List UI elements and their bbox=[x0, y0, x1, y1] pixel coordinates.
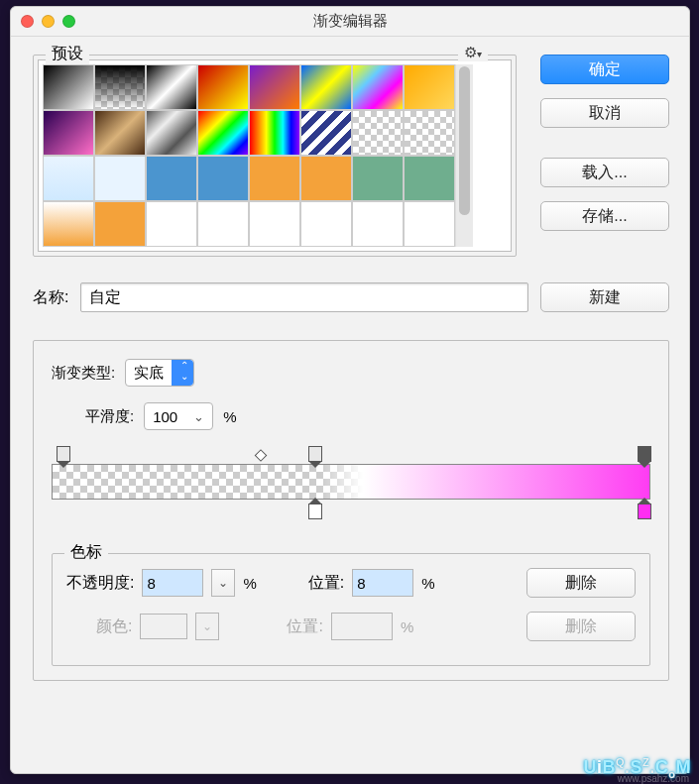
opacity-midpoint[interactable] bbox=[255, 449, 268, 462]
preset-swatch[interactable] bbox=[404, 64, 455, 110]
preset-swatch[interactable] bbox=[146, 201, 197, 247]
position1-input[interactable] bbox=[352, 569, 413, 597]
position1-unit: % bbox=[421, 575, 434, 592]
preset-swatch[interactable] bbox=[300, 156, 352, 201]
presets-gear-icon[interactable]: ⚙▾ bbox=[458, 44, 488, 61]
color-swatch bbox=[140, 614, 187, 639]
preset-swatch[interactable] bbox=[404, 156, 455, 201]
content: 预设 ⚙▾ bbox=[11, 37, 689, 701]
preset-swatch[interactable] bbox=[404, 110, 455, 156]
opacity-stop[interactable] bbox=[308, 446, 322, 462]
preset-swatch[interactable] bbox=[249, 110, 300, 156]
color-stop-row bbox=[52, 500, 650, 519]
opacity-dropdown-button[interactable]: ⌄ bbox=[211, 569, 235, 597]
preset-swatch[interactable] bbox=[300, 110, 352, 156]
position1-label: 位置: bbox=[308, 573, 344, 594]
preset-grid bbox=[43, 64, 455, 247]
preset-swatch[interactable] bbox=[300, 64, 352, 110]
opacity-input[interactable] bbox=[142, 569, 203, 597]
presets-legend: 预设 bbox=[46, 44, 89, 64]
preset-swatch[interactable] bbox=[197, 156, 249, 201]
position2-unit: % bbox=[401, 618, 413, 635]
smoothness-select[interactable]: 100 bbox=[144, 402, 213, 430]
side-buttons: 确定 取消 载入... 存储... bbox=[540, 55, 669, 257]
preset-swatch[interactable] bbox=[43, 156, 94, 201]
gradient-bar[interactable] bbox=[52, 464, 650, 500]
preset-swatch[interactable] bbox=[352, 64, 404, 110]
color-stop[interactable] bbox=[308, 504, 322, 519]
gradient-settings-box: 渐变类型: 实底 平滑度: 100 % bbox=[33, 340, 669, 681]
preset-scrollbar[interactable] bbox=[455, 64, 473, 247]
top-row: 预设 ⚙▾ bbox=[33, 55, 669, 257]
position2-input bbox=[331, 613, 393, 640]
preset-swatch[interactable] bbox=[197, 64, 249, 110]
delete-color-stop-button: 删除 bbox=[526, 612, 636, 641]
smoothness-value: 100 bbox=[153, 408, 177, 425]
preset-swatch[interactable] bbox=[249, 201, 300, 247]
name-input[interactable] bbox=[80, 282, 528, 312]
opacity-stop-row bbox=[52, 446, 650, 464]
presets-group: 预设 ⚙▾ bbox=[33, 55, 517, 257]
preset-swatch[interactable] bbox=[146, 64, 197, 110]
smoothness-label: 平滑度: bbox=[85, 407, 134, 426]
color-stop-row-controls: 颜色: ⌄ 位置: % 删除 bbox=[66, 612, 636, 641]
position2-label: 位置: bbox=[287, 616, 322, 637]
save-button[interactable]: 存储... bbox=[540, 201, 669, 231]
color-stop[interactable] bbox=[638, 504, 651, 519]
watermark-sub: www.psahz.com bbox=[618, 773, 689, 784]
preset-swatch[interactable] bbox=[94, 110, 146, 156]
preset-swatch[interactable] bbox=[146, 110, 197, 156]
gradient-type-row: 渐变类型: 实底 bbox=[52, 359, 650, 387]
gradient-type-select[interactable]: 实底 bbox=[125, 359, 194, 387]
preset-swatch[interactable] bbox=[249, 64, 300, 110]
gradient-type-value: 实底 bbox=[134, 364, 164, 383]
opacity-stop[interactable] bbox=[57, 446, 70, 462]
name-row: 名称: 新建 bbox=[33, 282, 669, 312]
smoothness-row: 平滑度: 100 % bbox=[85, 402, 650, 430]
preset-swatch[interactable] bbox=[94, 201, 146, 247]
preset-swatch[interactable] bbox=[300, 201, 352, 247]
stops-group: 色标 不透明度: ⌄ % 位置: % 删除 颜色: ⌄ 位置: bbox=[52, 553, 650, 666]
color-dropdown-button: ⌄ bbox=[195, 613, 219, 640]
opacity-label: 不透明度: bbox=[66, 573, 134, 594]
gradient-type-label: 渐变类型: bbox=[52, 364, 115, 383]
preset-swatch[interactable] bbox=[146, 156, 197, 201]
load-button[interactable]: 载入... bbox=[540, 158, 669, 187]
preset-swatch[interactable] bbox=[43, 201, 94, 247]
gradient-bar-area bbox=[52, 446, 650, 531]
preset-scrollbar-thumb[interactable] bbox=[459, 66, 470, 215]
preset-swatch[interactable] bbox=[43, 110, 94, 156]
new-button[interactable]: 新建 bbox=[540, 282, 669, 312]
preset-swatch[interactable] bbox=[94, 64, 146, 110]
preset-swatch[interactable] bbox=[352, 110, 404, 156]
ok-button[interactable]: 确定 bbox=[540, 55, 669, 84]
presets-inner bbox=[38, 59, 512, 252]
opacity-stop[interactable] bbox=[638, 446, 651, 462]
preset-swatch[interactable] bbox=[249, 156, 300, 201]
cancel-button[interactable]: 取消 bbox=[540, 98, 669, 128]
preset-swatch[interactable] bbox=[197, 201, 249, 247]
preset-swatch[interactable] bbox=[404, 201, 455, 247]
preset-swatch[interactable] bbox=[352, 156, 404, 201]
name-label: 名称: bbox=[33, 287, 68, 308]
stops-legend: 色标 bbox=[64, 542, 108, 563]
preset-swatch[interactable] bbox=[197, 110, 249, 156]
color-label: 颜色: bbox=[96, 616, 132, 637]
preset-swatch[interactable] bbox=[94, 156, 146, 201]
preset-swatch[interactable] bbox=[352, 201, 404, 247]
opacity-unit: % bbox=[243, 575, 256, 592]
window-title: 渐变编辑器 bbox=[11, 12, 689, 31]
opacity-row: 不透明度: ⌄ % 位置: % 删除 bbox=[66, 568, 636, 598]
titlebar: 渐变编辑器 bbox=[11, 7, 689, 37]
delete-opacity-stop-button[interactable]: 删除 bbox=[526, 568, 636, 598]
smoothness-unit: % bbox=[223, 408, 236, 425]
preset-swatch[interactable] bbox=[43, 64, 94, 110]
gradient-editor-window: 渐变编辑器 预设 ⚙▾ bbox=[10, 6, 690, 774]
